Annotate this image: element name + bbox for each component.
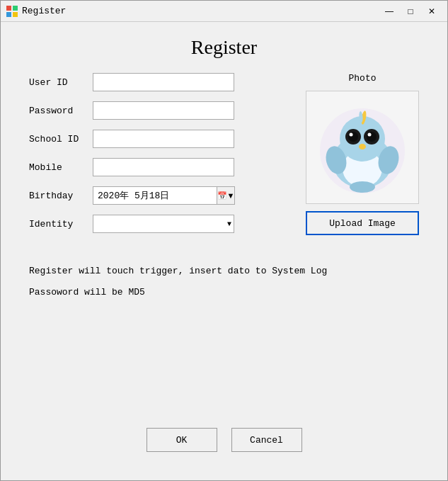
close-button[interactable]: ✕: [422, 4, 442, 19]
user-id-row: User ID: [29, 73, 292, 91]
ok-button[interactable]: OK: [147, 428, 217, 452]
mobile-row: Mobile: [29, 158, 292, 176]
svg-point-9: [348, 132, 358, 142]
user-id-label: User ID: [29, 77, 93, 88]
window-content: Register User ID Password School ID: [1, 22, 447, 480]
form-right: Photo: [306, 73, 419, 243]
date-input-wrapper: 📅▼: [93, 186, 235, 205]
title-bar-left: Register: [6, 6, 66, 17]
svg-rect-3: [13, 12, 18, 17]
info-text-1: Register will touch trigger, insert dato…: [29, 264, 419, 278]
school-id-input[interactable]: [93, 130, 234, 148]
form-title: Register: [29, 36, 419, 59]
app-icon: [6, 6, 18, 17]
mobile-label: Mobile: [29, 162, 93, 173]
info-text-2: Passoword will be MD5: [29, 285, 419, 300]
button-row: OK Cancel: [29, 428, 419, 466]
svg-rect-0: [6, 6, 11, 11]
photo-container: [306, 91, 419, 204]
svg-rect-2: [6, 12, 11, 17]
user-id-input[interactable]: [93, 73, 234, 91]
title-bar-title: Register: [22, 6, 66, 16]
minimize-button[interactable]: —: [379, 4, 399, 19]
identity-row: Identity Student Teacher Admin ▼: [29, 215, 292, 233]
svg-rect-1: [13, 6, 18, 11]
svg-point-12: [367, 132, 377, 142]
upload-image-button[interactable]: Upload Image: [306, 211, 419, 235]
title-bar-controls: — □ ✕: [379, 4, 442, 19]
form-left: User ID Password School ID Mobile: [29, 73, 292, 243]
title-bar: Register — □ ✕: [1, 1, 447, 22]
maximize-button[interactable]: □: [401, 4, 420, 19]
password-input[interactable]: [93, 101, 234, 120]
password-row: Password: [29, 101, 292, 120]
date-picker-button[interactable]: 📅▼: [217, 186, 235, 205]
svg-point-10: [350, 133, 353, 137]
info-section: Register will touch trigger, insert dato…: [29, 257, 419, 313]
birthday-label: Birthday: [29, 191, 93, 201]
mobile-input[interactable]: [93, 158, 234, 176]
school-id-row: School ID: [29, 130, 292, 148]
identity-label: Identity: [29, 219, 93, 230]
identity-select[interactable]: Student Teacher Admin: [93, 215, 234, 233]
bird-image: [313, 98, 412, 197]
birthday-input[interactable]: [93, 186, 217, 205]
cancel-button[interactable]: Cancel: [231, 428, 302, 452]
school-id-label: School ID: [29, 134, 93, 145]
svg-point-14: [359, 144, 366, 149]
photo-label: Photo: [348, 73, 376, 84]
svg-point-19: [350, 181, 375, 193]
birthday-row: Birthday 📅▼: [29, 186, 292, 205]
calendar-icon: 📅: [217, 191, 227, 200]
register-window: Register — □ ✕ Register User ID Password: [0, 0, 448, 481]
form-body: User ID Password School ID Mobile: [29, 73, 419, 243]
svg-point-13: [368, 133, 372, 137]
password-label: Password: [29, 106, 93, 116]
identity-select-wrapper: Student Teacher Admin ▼: [93, 215, 234, 233]
